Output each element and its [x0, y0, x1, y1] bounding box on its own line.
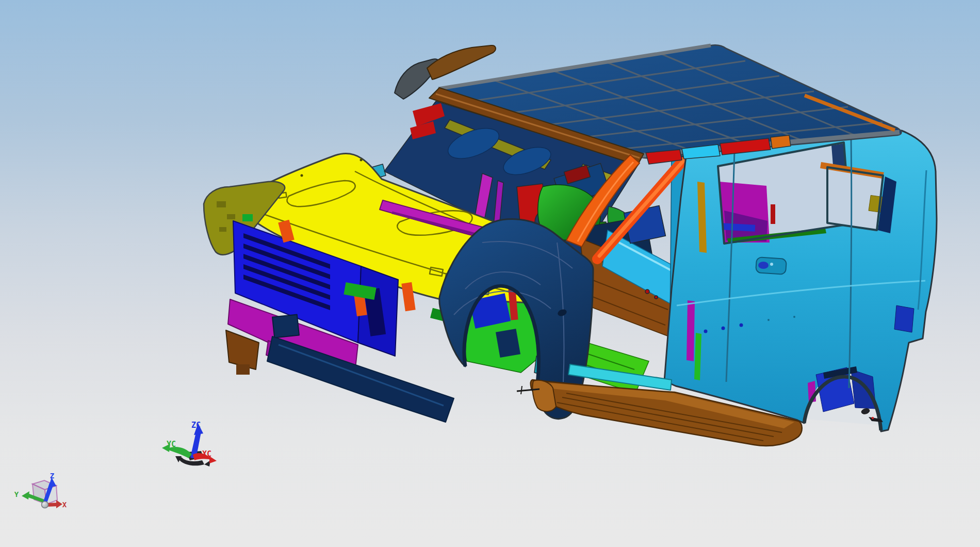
bodyshell-model[interactable] — [204, 45, 937, 446]
cad-3d-viewport[interactable]: ZC YC XC Y Z — [0, 0, 980, 547]
wcs-z-label: ZC — [191, 421, 201, 430]
wcs-y-axis[interactable]: YC — [162, 440, 192, 458]
wcs-triad[interactable]: ZC YC XC — [162, 421, 217, 466]
chin-beam — [267, 336, 454, 422]
bracket-brown-small — [236, 364, 250, 375]
abs-origin-ball[interactable] — [42, 502, 48, 508]
wcs-x-label: XC — [202, 449, 211, 459]
absolute-csys-indicator[interactable]: Y Z X — [14, 472, 67, 509]
body-side-panel[interactable] — [642, 131, 937, 431]
abs-z-label: Z — [50, 472, 54, 480]
wcs-y-label: YC — [167, 440, 176, 449]
antenna-tick — [521, 386, 522, 394]
engine-bay-box — [272, 315, 299, 338]
b-pillar-strip-magenta — [687, 300, 695, 361]
abs-y-label: Y — [14, 490, 19, 498]
abs-x-label: X — [62, 501, 67, 509]
chin-beam-highlight — [279, 345, 444, 406]
